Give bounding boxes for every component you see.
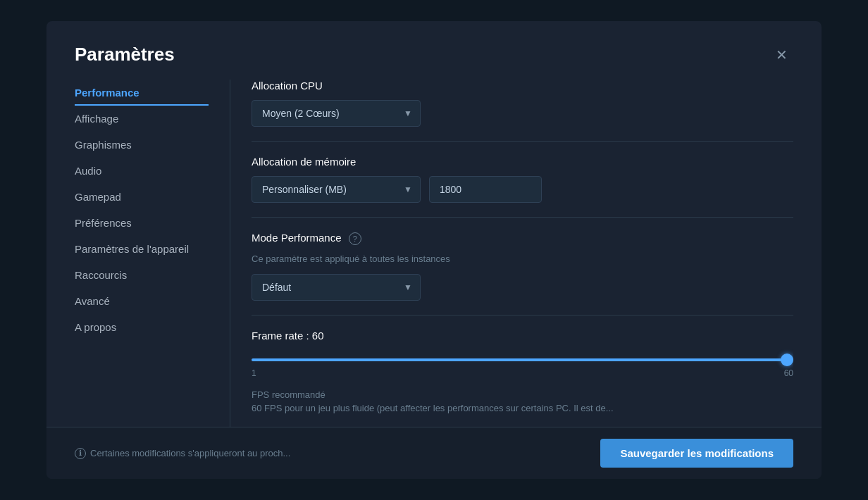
sidebar-item-avance[interactable]: Avancé	[75, 288, 209, 314]
slider-min: 1	[252, 368, 256, 378]
memory-value-input[interactable]	[429, 176, 542, 203]
sidebar: PerformanceAffichageGraphismesAudioGamep…	[75, 80, 230, 427]
divider-1	[252, 141, 793, 142]
footer-info-icon: ℹ	[75, 448, 86, 459]
sidebar-item-raccourcis[interactable]: Raccourcis	[75, 262, 209, 288]
content-panel: Allocation CPU Moyen (2 Cœurs) Faible (1…	[230, 80, 793, 427]
modal-title: Paramètres	[75, 44, 175, 65]
cpu-select-wrapper: Moyen (2 Cœurs) Faible (1 Cœur) Élevé (4…	[252, 100, 421, 127]
modal-footer: ℹ Certaines modifications s'appliqueront…	[46, 427, 822, 479]
mode-section: Mode Performance ? Ce paramètre est appl…	[252, 232, 793, 301]
footer-note: ℹ Certaines modifications s'appliqueront…	[75, 448, 290, 459]
memory-section: Allocation de mémoire Personnaliser (MB)…	[252, 156, 793, 203]
sidebar-item-parametres-appareil[interactable]: Paramètres de l'appareil	[75, 236, 209, 262]
modal-header: Paramètres ✕	[46, 21, 822, 80]
close-button[interactable]: ✕	[770, 45, 793, 65]
divider-2	[252, 217, 793, 218]
framerate-section: Frame rate : 60 1 60 FPS recommandé 60 F…	[252, 330, 793, 413]
cpu-label: Allocation CPU	[252, 80, 793, 92]
sidebar-item-audio[interactable]: Audio	[75, 158, 209, 184]
sidebar-item-affichage[interactable]: Affichage	[75, 106, 209, 132]
sidebar-item-preferences[interactable]: Préférences	[75, 210, 209, 236]
fps-note-text: 60 FPS pour un jeu plus fluide (peut aff…	[252, 403, 793, 413]
framerate-label: Frame rate : 60	[252, 330, 793, 342]
cpu-select[interactable]: Moyen (2 Cœurs) Faible (1 Cœur) Élevé (4…	[252, 100, 421, 127]
sidebar-item-performance[interactable]: Performance	[75, 80, 209, 106]
sidebar-item-graphismes[interactable]: Graphismes	[75, 132, 209, 158]
mode-help-icon[interactable]: ?	[349, 232, 361, 245]
mode-label: Mode Performance ?	[252, 232, 793, 245]
slider-range: 1 60	[252, 368, 793, 378]
fps-note-label: FPS recommandé	[252, 389, 793, 400]
framerate-slider[interactable]	[252, 358, 793, 361]
memory-select[interactable]: Personnaliser (MB) Faible Moyen	[252, 176, 421, 203]
memory-row: Personnaliser (MB) Faible Moyen ▼	[252, 176, 793, 203]
slider-max: 60	[784, 368, 793, 378]
cpu-section: Allocation CPU Moyen (2 Cœurs) Faible (1…	[252, 80, 793, 127]
settings-modal: Paramètres ✕ PerformanceAffichageGraphis…	[46, 21, 822, 479]
save-button[interactable]: Sauvegarder les modifications	[600, 439, 793, 468]
mode-select-wrapper: Défaut Performance Économie ▼	[252, 274, 421, 301]
memory-select-wrapper: Personnaliser (MB) Faible Moyen ▼	[252, 176, 421, 203]
sidebar-item-apropos[interactable]: A propos	[75, 314, 209, 340]
mode-subtitle: Ce paramètre est appliqué à toutes les i…	[252, 254, 793, 264]
footer-note-text: Certaines modifications s'appliqueront a…	[90, 448, 290, 458]
memory-label: Allocation de mémoire	[252, 156, 793, 168]
sidebar-item-gamepad[interactable]: Gamepad	[75, 184, 209, 210]
divider-3	[252, 315, 793, 315]
modal-body: PerformanceAffichageGraphismesAudioGamep…	[46, 80, 822, 427]
mode-select[interactable]: Défaut Performance Économie	[252, 274, 421, 301]
